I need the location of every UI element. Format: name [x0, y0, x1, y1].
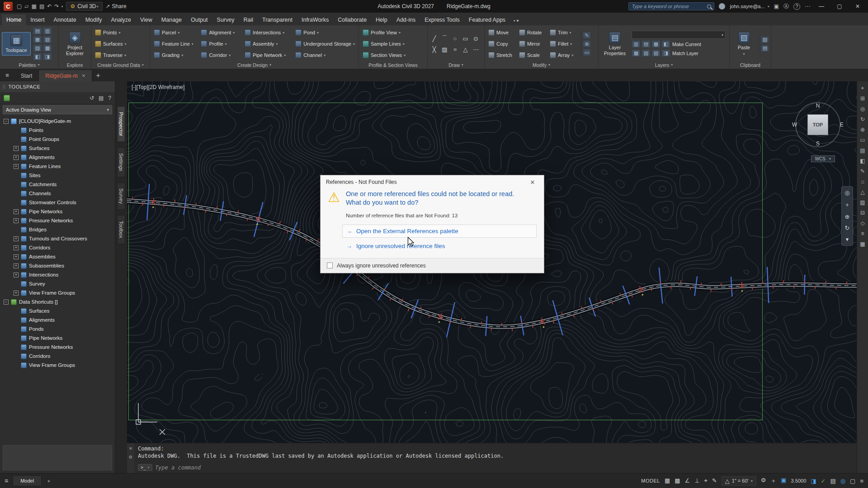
- file-tab-document[interactable]: RidgeGate-m ✕: [39, 70, 92, 81]
- clipboard-tool-icon[interactable]: ▤: [761, 45, 769, 52]
- edit-icon[interactable]: ✎: [583, 32, 591, 39]
- tab-help[interactable]: Help: [371, 14, 392, 25]
- close-command-icon[interactable]: ✕: [129, 446, 132, 451]
- tree-expand-toggle[interactable]: −: [4, 300, 9, 305]
- viewcube[interactable]: N S W E TOP: [791, 98, 845, 152]
- palette-toggle-icon[interactable]: ▩: [43, 44, 52, 52]
- tree-expand-toggle[interactable]: −: [4, 119, 9, 124]
- pan-icon[interactable]: ＋: [844, 201, 850, 209]
- toolspace-header[interactable]: ⁞⁞ TOOLSPACE: [0, 81, 115, 92]
- layer-properties-button[interactable]: ▤ Layer Properties: [600, 29, 629, 58]
- undo-icon[interactable]: ↶: [46, 3, 52, 9]
- ribbon-button[interactable]: Pipe Network ▾: [243, 50, 292, 61]
- ribbon-button[interactable]: Parcel ▾: [152, 27, 198, 38]
- ribbon-button[interactable]: Trim ▾: [548, 27, 580, 38]
- line-icon[interactable]: ╱: [429, 33, 439, 43]
- tree-expand-toggle[interactable]: +: [14, 236, 19, 241]
- sheet-set-icon[interactable]: ▤: [860, 147, 865, 154]
- markup-icon[interactable]: ✎: [860, 168, 865, 174]
- model-tab[interactable]: Model: [13, 475, 42, 486]
- ribbon-display-toggle-icon[interactable]: ▪ ▾: [510, 16, 522, 25]
- new-icon[interactable]: ▢: [16, 3, 23, 9]
- ribbon-button[interactable]: Assembly ▾: [243, 38, 292, 49]
- file-tab-start[interactable]: Start: [14, 70, 39, 81]
- home-view-icon[interactable]: ⌂: [861, 178, 864, 185]
- tab-add-ins[interactable]: Add-ins: [392, 14, 420, 25]
- explode-icon[interactable]: ▭: [583, 49, 591, 56]
- navbar-more-icon[interactable]: ▾: [846, 236, 849, 243]
- tab-transparent[interactable]: Transparent: [258, 14, 297, 25]
- ribbon-button[interactable]: Fillet ▾: [548, 38, 580, 49]
- polar-tracking-icon[interactable]: ∠: [685, 477, 690, 484]
- layer-tool-icon[interactable]: ▩: [632, 49, 641, 57]
- maximize-button[interactable]: ▢: [833, 3, 846, 9]
- match-layer-button[interactable]: Match Layer: [672, 51, 698, 56]
- tree-expand-toggle[interactable]: [14, 327, 19, 332]
- viewcube-top-face[interactable]: TOP: [807, 114, 828, 135]
- tree-item[interactable]: Sites: [0, 171, 115, 180]
- palette-tab-survey[interactable]: Survey: [117, 183, 125, 210]
- tree-item[interactable]: Ponds: [0, 324, 115, 333]
- steering-wheel-icon[interactable]: ◎: [844, 189, 849, 196]
- tree-expand-toggle[interactable]: [14, 282, 19, 286]
- tree-item[interactable]: + Corridors: [0, 243, 115, 252]
- zoom-icon[interactable]: ⊕: [845, 213, 850, 220]
- ribbon-button[interactable]: Profile ▾: [199, 38, 242, 49]
- polygon-icon[interactable]: △: [461, 44, 470, 54]
- trusted-dwg-icon[interactable]: ✓: [821, 478, 826, 484]
- grip-icon[interactable]: ⁞⁞: [3, 84, 6, 89]
- tree-item[interactable]: + Pressure Networks: [0, 216, 115, 225]
- toolspace-button[interactable]: ▦ Toolspace: [2, 32, 31, 55]
- overflow-menu-icon[interactable]: ⋯: [805, 3, 810, 9]
- new-drawing-tab-button[interactable]: ＋: [92, 70, 104, 81]
- panel-title-create-design[interactable]: Create Design▾: [150, 61, 359, 69]
- toolbar-menu-icon[interactable]: ≡: [861, 230, 864, 237]
- tab-collaborate[interactable]: Collaborate: [333, 14, 371, 25]
- layer-select[interactable]: ▾: [632, 31, 726, 39]
- tab-insert[interactable]: Insert: [26, 14, 49, 25]
- open-external-references-command[interactable]: → Open the External References palette: [342, 225, 537, 238]
- layer-tool-icon[interactable]: ▦: [651, 40, 660, 48]
- draw-more-icon[interactable]: ⋯: [471, 44, 481, 54]
- share-button[interactable]: ↗ Share: [106, 3, 127, 9]
- object-snap-icon[interactable]: ⌖: [704, 477, 708, 484]
- ortho-mode-icon[interactable]: ⊥: [694, 477, 699, 484]
- panel-title-modify[interactable]: Modify▾: [485, 61, 598, 69]
- layer-tool-icon[interactable]: ◧: [661, 40, 670, 48]
- ribbon-button[interactable]: Scale: [517, 50, 547, 61]
- elevation-value[interactable]: 3.5000: [791, 478, 807, 483]
- tree-expand-toggle[interactable]: +: [14, 164, 19, 169]
- help-icon[interactable]: ?: [108, 95, 111, 101]
- revision-cloud-icon[interactable]: ≈: [450, 44, 460, 54]
- tree-expand-toggle[interactable]: +: [14, 155, 19, 160]
- new-layout-button[interactable]: ＋: [46, 478, 51, 484]
- ribbon-button[interactable]: Feature Line ▾: [152, 38, 198, 49]
- command-prompt-icon[interactable]: >_ ▾: [138, 464, 152, 471]
- tree-item[interactable]: Channels: [0, 189, 115, 198]
- tree-expand-toggle[interactable]: [14, 191, 19, 196]
- circle-icon[interactable]: ○: [450, 33, 460, 43]
- tree-expand-toggle[interactable]: [14, 173, 19, 178]
- palette-toggle-icon[interactable]: ◧: [33, 53, 42, 61]
- save-icon[interactable]: ▦: [31, 3, 38, 9]
- ribbon-button[interactable]: Underground Storage ▾: [293, 38, 357, 49]
- viewport-tool-icon[interactable]: ▭: [860, 137, 865, 143]
- refresh-icon[interactable]: ↺: [90, 95, 94, 101]
- layer-tool-icon[interactable]: ▥: [632, 40, 641, 48]
- clean-screen-icon[interactable]: ▢: [850, 478, 855, 484]
- tree-expand-toggle[interactable]: [14, 128, 19, 133]
- tree-item[interactable]: + View Frame Groups: [0, 288, 115, 297]
- ribbon-button[interactable]: Intersections ▾: [243, 27, 292, 38]
- wheel-icon[interactable]: ◎: [860, 106, 865, 112]
- ribbon-button[interactable]: Stretch: [486, 50, 516, 61]
- hardware-acceleration-icon[interactable]: ▣: [781, 477, 786, 485]
- orbit-icon[interactable]: ↻: [860, 116, 865, 122]
- tree-expand-toggle[interactable]: +: [14, 263, 19, 268]
- tree-item[interactable]: Points: [0, 126, 115, 135]
- grid-display-icon[interactable]: ▦: [665, 477, 670, 484]
- ribbon-button[interactable]: Points ▾: [93, 27, 128, 38]
- customization-icon[interactable]: ≡: [860, 478, 863, 484]
- minimize-panel-icon[interactable]: ⊟: [860, 210, 865, 216]
- tree-item[interactable]: + Assemblies: [0, 252, 115, 261]
- close-button[interactable]: ✕: [851, 3, 864, 9]
